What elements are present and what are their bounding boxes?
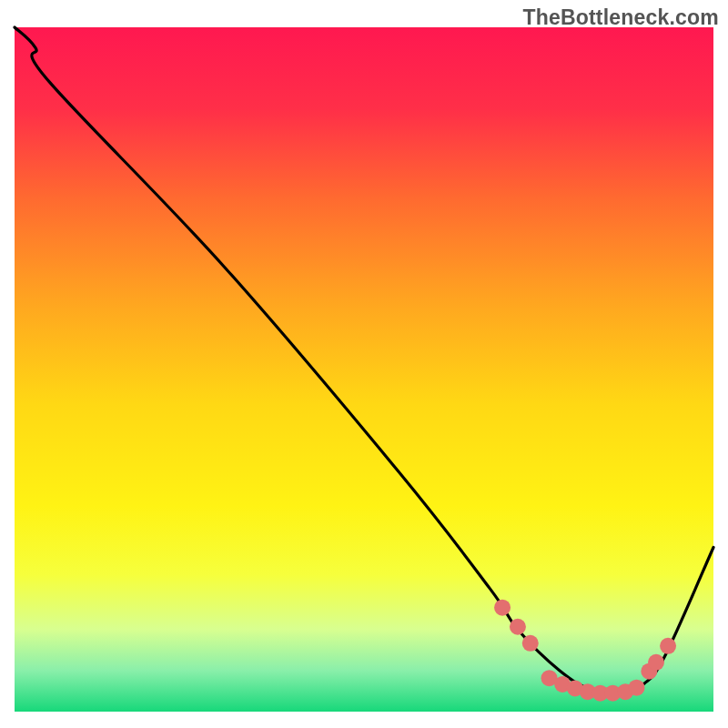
chart-svg — [0, 0, 728, 728]
curve-marker — [522, 635, 539, 652]
curve-marker — [510, 619, 526, 635]
curve-marker — [648, 654, 664, 671]
watermark-text: TheBottleneck.com — [522, 5, 719, 30]
curve-marker — [494, 600, 511, 616]
curve-marker — [629, 680, 645, 696]
chart-canvas: TheBottleneck.com — [0, 0, 728, 728]
curve-marker — [660, 638, 676, 654]
gradient-background — [15, 27, 713, 712]
